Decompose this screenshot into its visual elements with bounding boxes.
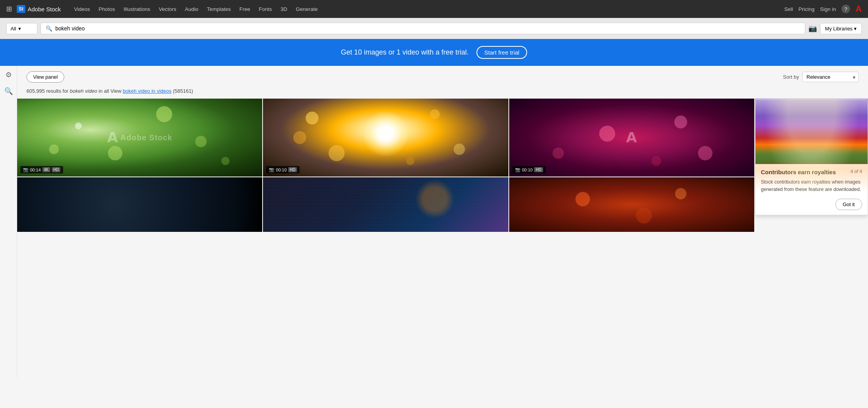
filter-icon[interactable]: ⚙: [5, 71, 12, 79]
camera-search-icon[interactable]: 📷: [808, 24, 817, 33]
video-thumbnail-4: [17, 177, 262, 232]
my-libraries-button[interactable]: My Libraries ▾: [820, 23, 862, 34]
promo-banner: Get 10 images or 1 video with a free tri…: [0, 39, 868, 66]
logo-text: Adobe Stock: [28, 6, 61, 12]
video-item-5[interactable]: [263, 177, 508, 232]
results-videos-link[interactable]: bokeh video in videos: [123, 88, 171, 94]
nav-links: Videos Photos Illustrations Vectors Audi…: [70, 0, 783, 18]
nav-illustrations[interactable]: Illustrations: [120, 0, 154, 18]
tooltip-image-inner: [755, 100, 868, 164]
watermark-1: 𝗔 Adobe Stock: [107, 129, 172, 146]
nav-videos[interactable]: Videos: [70, 0, 94, 18]
results-text: 605,995 results for bokeh video in all V…: [17, 87, 868, 99]
results-query: bokeh video: [70, 88, 97, 94]
video-thumbnail-6: [509, 177, 754, 232]
left-sidebar: ⚙ 🔍: [0, 66, 17, 378]
search-input[interactable]: [55, 25, 800, 32]
nav-vectors[interactable]: Vectors: [155, 0, 180, 18]
nav-fonts[interactable]: Fonts: [255, 0, 276, 18]
video-thumbnail-5: [263, 177, 508, 232]
logo-box: St: [17, 5, 25, 13]
results-count: 605,995: [26, 88, 45, 94]
video-item-6[interactable]: [509, 177, 754, 232]
video-tag-hd-1: HD: [52, 167, 60, 172]
nav-sell[interactable]: Sell: [784, 6, 793, 12]
nav-signin[interactable]: Sign in: [820, 6, 836, 12]
category-label: All: [11, 26, 16, 32]
nav-free[interactable]: Free: [236, 0, 254, 18]
video-thumbnail-2: [263, 99, 508, 177]
top-navigation: ⊞ St Adobe Stock Videos Photos Illustrat…: [0, 0, 868, 18]
video-time-2: 00:10: [276, 168, 287, 172]
nav-photos[interactable]: Photos: [95, 0, 119, 18]
sort-by-label: Sort by: [783, 74, 799, 80]
video-camera-icon-2: 📷: [269, 167, 274, 172]
search-bar: All ▾ 🔍 📷 My Libraries ▾: [0, 18, 868, 39]
video-item-4[interactable]: [17, 177, 262, 232]
content-area: View panel Sort by Relevance Newest Most…: [17, 66, 868, 378]
results-in: in all: [99, 88, 109, 94]
video-camera-icon: 📷: [23, 167, 28, 172]
view-panel-button[interactable]: View panel: [26, 71, 64, 83]
tooltip-column: Contributors earn royalties 4 of 4 Stock…: [755, 99, 868, 177]
image-grid-row2: [17, 177, 868, 232]
video-thumbnail-1: 𝗔 Adobe Stock: [17, 99, 262, 177]
nav-generate[interactable]: Generate: [292, 0, 321, 18]
video-item-3[interactable]: 𝗔 📷 00:10 HD: [509, 99, 754, 177]
similar-search-icon[interactable]: 🔍: [4, 87, 13, 95]
promo-text: Get 10 images or 1 video with a free tri…: [341, 48, 469, 57]
main-content: ⚙ 🔍 View panel Sort by Relevance Newest …: [0, 66, 868, 378]
video-thumbnail-3: 𝗔: [509, 99, 754, 177]
nav-templates[interactable]: Templates: [203, 0, 235, 18]
nav-3d[interactable]: 3D: [277, 0, 291, 18]
adobe-icon: A: [856, 4, 862, 14]
video-badge-1: 📷 00:14 4K HD: [20, 166, 63, 173]
video-badge-3: 📷 00:10 HD: [512, 166, 546, 173]
sort-select[interactable]: Relevance Newest Most Downloaded: [802, 72, 859, 82]
adobe-stock-logo[interactable]: St Adobe Stock: [17, 5, 61, 13]
contributors-earn-royalties-tooltip: Contributors earn royalties 4 of 4 Stock…: [755, 99, 868, 215]
video-camera-icon-3: 📷: [515, 167, 520, 172]
results-label: results for: [46, 88, 70, 94]
toolbar: View panel Sort by Relevance Newest Most…: [17, 66, 868, 87]
search-icon: 🔍: [46, 25, 52, 32]
video-tag-hd-3: HD: [534, 167, 543, 172]
video-tag-4k: 4K: [42, 167, 50, 172]
grid-menu-icon[interactable]: ⊞: [6, 5, 12, 13]
video-item-2[interactable]: 📷 00:10 HD: [263, 99, 508, 177]
video-badge-2: 📷 00:10 HD: [266, 166, 300, 173]
help-icon[interactable]: ?: [842, 5, 850, 13]
nav-audio[interactable]: Audio: [181, 0, 202, 18]
category-chevron-icon: ▾: [18, 26, 21, 32]
video-tag-hd-2: HD: [288, 167, 297, 172]
nav-right: Sell Pricing Sign in ? A: [784, 4, 862, 14]
image-grid-row1: 𝗔 Adobe Stock 📷 00:14 4K HD: [17, 99, 868, 177]
start-free-trial-button[interactable]: Start free trial: [476, 46, 527, 59]
results-view: View: [110, 88, 123, 94]
tooltip-image: [755, 100, 868, 164]
video-item-1[interactable]: 𝗔 Adobe Stock 📷 00:14 4K HD: [17, 99, 262, 177]
search-input-wrap: 🔍: [41, 23, 805, 34]
sort-wrap: Sort by Relevance Newest Most Downloaded: [783, 72, 859, 82]
video-time-1: 00:14: [30, 168, 41, 172]
watermark-3: 𝗔: [626, 129, 637, 146]
video-time-3: 00:10: [522, 168, 533, 172]
search-category-dropdown[interactable]: All ▾: [6, 23, 37, 34]
nav-pricing[interactable]: Pricing: [799, 6, 815, 12]
results-videos-count: (585161): [173, 88, 193, 94]
